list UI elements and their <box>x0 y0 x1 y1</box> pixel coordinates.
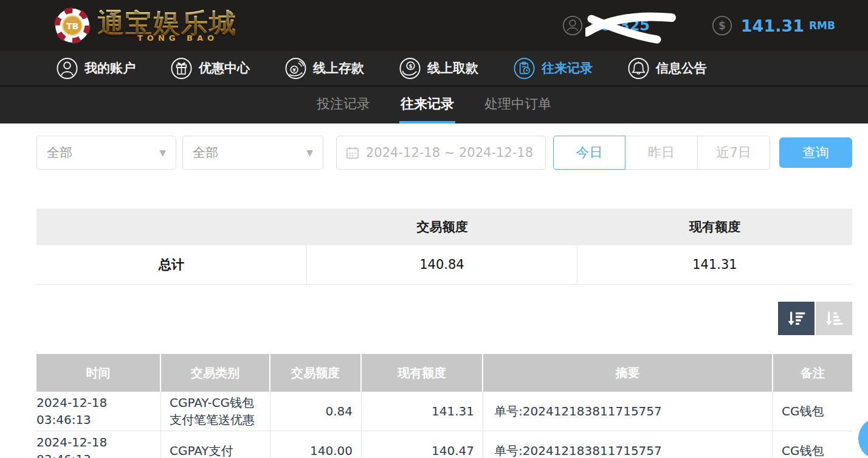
svg-text:$: $ <box>408 63 412 69</box>
quick-btn-today[interactable]: 今日 <box>553 136 625 170</box>
casino-chip-icon: TB <box>53 7 91 44</box>
nav-label: 线上存款 <box>313 60 364 77</box>
cell-transaction-amount: 140.00 <box>270 431 362 458</box>
main-nav: 我的账户 优惠中心 ¥ 线上存款 $ 线上取款 <box>0 51 868 87</box>
withdraw-icon: $ <box>399 57 421 80</box>
nav-label: 信息公告 <box>656 60 707 77</box>
cell-time: 2024-12-18 03:46:13 <box>36 431 161 458</box>
filter-row: 全部 ▼ 全部 ▼ 2024-12-18 ~ 2024-12-18 今日 昨日 … <box>36 136 852 170</box>
nav-item-withdraw[interactable]: $ 线上取款 <box>399 57 478 80</box>
svg-text:$: $ <box>718 19 726 32</box>
summary-total-label: 总计 <box>36 245 307 284</box>
summary-total-row: 总计 140.84 141.31 <box>36 245 852 285</box>
col-header-category: 交易类别 <box>161 354 270 392</box>
transactions-table: 时间 交易类别 交易额度 现有额度 摘要 备注 2024-12-18 03:46… <box>36 354 852 458</box>
nav-label: 优惠中心 <box>199 60 250 77</box>
category-select[interactable]: 全部 ▼ <box>182 136 323 170</box>
brand-subtitle: TONG BAO <box>137 34 237 42</box>
customer-service-button[interactable] <box>858 417 868 458</box>
cell-category: CGPAY支付 <box>161 431 270 458</box>
records-icon <box>513 57 536 80</box>
brand-name: 通宝娱乐城 <box>97 10 237 36</box>
sort-ascending-icon <box>822 307 846 330</box>
cell-time: 2024-12-18 03:46:13 <box>36 392 161 431</box>
nav-item-deposit[interactable]: ¥ 线上存款 <box>284 57 364 80</box>
deposit-icon: ¥ <box>284 57 307 80</box>
account-user[interactable]: bc7325 <box>562 15 669 36</box>
table-row: 2024-12-18 03:46:13 CGPAY支付 140.00 140.4… <box>36 431 852 458</box>
cell-current-amount: 140.47 <box>362 431 483 458</box>
summary-current-total: 141.31 <box>577 245 852 284</box>
date-range-input[interactable]: 2024-12-18 ~ 2024-12-18 <box>336 136 546 170</box>
cell-summary: 单号:202412183811715757 <box>483 392 773 431</box>
query-button[interactable]: 查询 <box>779 137 852 168</box>
gift-icon <box>170 57 193 80</box>
col-header-current-amount: 现有额度 <box>362 354 483 392</box>
cell-summary: 单号:202412183811715757 <box>483 431 773 458</box>
summary-transaction-total: 140.84 <box>307 245 577 284</box>
nav-item-promotions[interactable]: 优惠中心 <box>170 57 250 80</box>
col-header-summary: 摘要 <box>483 354 773 392</box>
bell-icon <box>627 57 650 80</box>
balance-amount: 141.31 <box>741 16 804 35</box>
username-text: bc7325 <box>590 17 669 34</box>
sort-descending-button[interactable] <box>778 302 815 335</box>
col-header-note: 备注 <box>773 354 852 392</box>
tab-transaction-records[interactable]: 往来记录 <box>399 87 455 123</box>
balance-currency: RMB <box>809 19 835 32</box>
nav-label: 我的账户 <box>84 60 136 77</box>
tab-betting-records[interactable]: 投注记录 <box>315 87 371 123</box>
nav-item-announcements[interactable]: 信息公告 <box>627 57 707 80</box>
sort-controls <box>36 302 852 335</box>
svg-text:TB: TB <box>66 21 78 31</box>
type-select[interactable]: 全部 ▼ <box>36 136 176 170</box>
quick-btn-yesterday[interactable]: 昨日 <box>625 136 698 170</box>
cell-current-amount: 141.31 <box>362 392 483 431</box>
nav-item-my-account[interactable]: 我的账户 <box>56 57 136 80</box>
summary-header-current: 现有额度 <box>577 209 852 245</box>
top-header: TB 通宝娱乐城 TONG BAO bc7325 $ 141.31 <box>0 0 868 51</box>
col-header-time: 时间 <box>36 354 161 392</box>
tab-pending-orders[interactable]: 处理中订单 <box>483 87 553 123</box>
sub-nav: 投注记录 往来记录 处理中订单 <box>0 87 868 123</box>
nav-label: 线上取款 <box>427 60 478 77</box>
table-header-row: 时间 交易类别 交易额度 现有额度 摘要 备注 <box>36 354 852 392</box>
summary-table: 交易额度 现有额度 总计 140.84 141.31 <box>36 209 852 285</box>
cell-note: CG钱包 <box>773 392 852 431</box>
balance-display[interactable]: $ 141.31 RMB <box>712 15 835 36</box>
chevron-down-icon: ▼ <box>159 148 166 158</box>
dollar-coin-icon: $ <box>712 15 732 36</box>
date-range-value: 2024-12-18 ~ 2024-12-18 <box>366 145 533 160</box>
summary-header-row: 交易额度 现有额度 <box>36 209 852 245</box>
type-select-value: 全部 <box>47 144 72 161</box>
nav-label: 往来记录 <box>542 60 593 77</box>
sort-descending-icon <box>785 307 808 330</box>
svg-text:¥: ¥ <box>292 67 296 72</box>
cell-transaction-amount: 0.84 <box>270 392 362 431</box>
category-select-value: 全部 <box>193 144 218 161</box>
table-row: 2024-12-18 03:46:13 CGPAY-CG钱包支付笔笔送优惠 0.… <box>36 392 852 431</box>
chevron-down-icon: ▼ <box>306 148 313 158</box>
user-avatar-icon <box>562 15 583 36</box>
user-icon <box>56 57 78 80</box>
cell-note: CG钱包 <box>773 431 852 458</box>
quick-btn-last7days[interactable]: 近7日 <box>698 136 770 170</box>
quick-date-group: 今日 昨日 近7日 <box>553 136 770 170</box>
calendar-icon <box>345 145 360 160</box>
brand-logo[interactable]: TB 通宝娱乐城 TONG BAO <box>53 7 237 44</box>
sort-ascending-button[interactable] <box>816 302 852 335</box>
cell-category: CGPAY-CG钱包支付笔笔送优惠 <box>161 392 270 431</box>
nav-item-transaction-records[interactable]: 往来记录 <box>513 57 593 80</box>
col-header-transaction-amount: 交易额度 <box>270 354 362 392</box>
summary-header-transaction: 交易额度 <box>307 209 577 245</box>
summary-header-empty <box>36 209 307 245</box>
